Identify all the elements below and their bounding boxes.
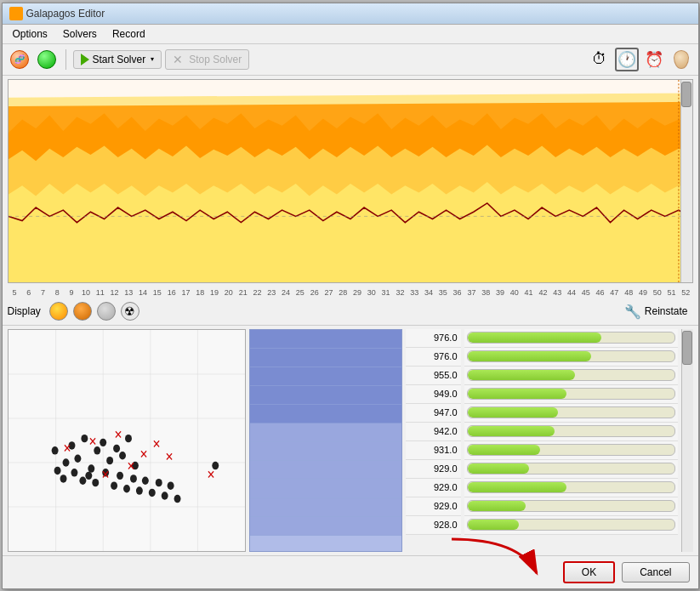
x-tick: 13: [122, 288, 136, 297]
value-item: 955.0: [406, 367, 461, 385]
bar-item: [464, 348, 678, 367]
x-tick: 17: [179, 288, 193, 297]
chart-x-axis: 5 6 7 8 9 10 11 12 13 14 15 16 17 18 19 …: [3, 287, 698, 297]
display-circle-2[interactable]: [73, 302, 92, 321]
display-circle-3[interactable]: [97, 302, 116, 321]
x-tick: 30: [364, 288, 378, 297]
list-row[interactable]: [250, 349, 401, 367]
timer2-icon-btn[interactable]: 🕐: [615, 48, 639, 71]
genome-icon-btn[interactable]: 🧬: [8, 48, 31, 71]
chart-scrollbar[interactable]: [680, 80, 692, 282]
x-tick: 18: [193, 288, 208, 297]
bar-fill: [468, 445, 540, 455]
bar-track: [467, 388, 675, 400]
svg-point-41: [155, 478, 162, 486]
x-tick: 51: [664, 288, 679, 297]
results-list-area: 976.0 976.0 955.0 949.0 947.0 942.0 931.…: [249, 329, 693, 552]
display-label: Display: [8, 305, 41, 317]
svg-text:✕: ✕: [63, 441, 71, 455]
list-row[interactable]: [250, 442, 401, 461]
list-row[interactable]: [250, 386, 401, 405]
bar-fill: [468, 370, 575, 380]
timer1-icon-btn[interactable]: ⏱: [588, 48, 612, 71]
bar-item: [464, 441, 678, 460]
timer3-icon-btn[interactable]: ⏰: [642, 48, 666, 71]
x-tick: 6: [21, 288, 36, 297]
x-tick: 22: [250, 288, 265, 297]
list-row[interactable]: [250, 517, 401, 536]
list-row[interactable]: [250, 330, 401, 349]
start-solver-btn[interactable]: Start Solver ▾: [73, 50, 162, 69]
bar-track: [467, 406, 675, 418]
display-bar: Display ☢ 🔧 Reinstate: [3, 298, 698, 326]
x-tick: 34: [422, 288, 436, 297]
display-nuclear-btn[interactable]: ☢: [121, 302, 139, 321]
svg-text:✕: ✕: [126, 459, 134, 473]
svg-point-17: [74, 454, 81, 462]
bar-item: [464, 329, 678, 348]
x-tick: 50: [650, 288, 664, 297]
title-icon: [9, 7, 23, 20]
start-solver-dropdown-arrow[interactable]: ▾: [151, 55, 154, 63]
evolution-icon-btn[interactable]: [35, 48, 59, 71]
svg-point-36: [123, 485, 130, 492]
x-tick: 12: [107, 288, 122, 297]
svg-point-38: [135, 486, 142, 494]
egg-icon-btn[interactable]: [669, 48, 693, 71]
bar-track: [467, 369, 675, 381]
stop-solver-btn[interactable]: ✕ Stop Solver: [165, 49, 249, 70]
ok-button[interactable]: OK: [563, 561, 615, 583]
stop-solver-label: Stop Solver: [189, 54, 242, 65]
list-row[interactable]: [250, 423, 401, 442]
footer: OK Cancel: [3, 555, 698, 588]
svg-text:✕: ✕: [88, 434, 97, 447]
menu-solvers[interactable]: Solvers: [56, 26, 104, 42]
x-tick: 38: [479, 288, 493, 297]
cancel-button[interactable]: Cancel: [622, 562, 689, 582]
value-item: 928.0: [406, 516, 461, 535]
x-tick: 40: [507, 288, 521, 297]
svg-point-27: [54, 466, 60, 474]
bar-item: [464, 385, 678, 404]
x-tick: 19: [208, 288, 222, 297]
svg-point-25: [125, 434, 132, 441]
x-tick: 47: [607, 288, 622, 297]
value-item: 929.0: [406, 479, 461, 497]
egg-icon: [674, 50, 689, 69]
bar-item: [464, 423, 678, 441]
wrench-icon: 🔧: [624, 304, 641, 320]
x-tick: 33: [407, 288, 422, 297]
bar-item: [464, 497, 678, 516]
reinstate-btn[interactable]: 🔧 Reinstate: [619, 302, 693, 321]
x-tick: 35: [435, 288, 450, 297]
x-tick: 29: [350, 288, 365, 297]
x-tick: 7: [36, 288, 50, 297]
scrollbar-thumb[interactable]: [681, 82, 691, 107]
results-scrollbar[interactable]: [681, 329, 693, 552]
value-item: 929.0: [406, 460, 461, 479]
menu-record[interactable]: Record: [105, 26, 152, 42]
display-circle-1[interactable]: [49, 302, 68, 321]
results-scrollbar-thumb[interactable]: [682, 331, 692, 365]
bar-track: [467, 350, 675, 362]
bar-fill: [468, 501, 526, 511]
svg-point-21: [100, 438, 106, 446]
list-row[interactable]: [250, 498, 401, 517]
bar-fill: [468, 463, 530, 474]
list-row[interactable]: [250, 480, 401, 498]
svg-point-43: [167, 481, 174, 489]
list-row[interactable]: [250, 405, 401, 423]
start-solver-label: Start Solver: [93, 54, 146, 65]
list-row[interactable]: [250, 461, 401, 480]
svg-point-19: [88, 464, 94, 472]
bar-fill: [468, 351, 592, 361]
menu-options[interactable]: Options: [6, 26, 54, 42]
genome-list[interactable]: [249, 329, 402, 552]
bar-track: [467, 481, 675, 493]
x-tick: 52: [679, 288, 693, 297]
svg-point-28: [60, 475, 66, 482]
list-row[interactable]: [250, 367, 401, 386]
x-tick: 48: [622, 288, 636, 297]
x-tick: 45: [578, 288, 593, 297]
value-item: 929.0: [406, 497, 461, 516]
